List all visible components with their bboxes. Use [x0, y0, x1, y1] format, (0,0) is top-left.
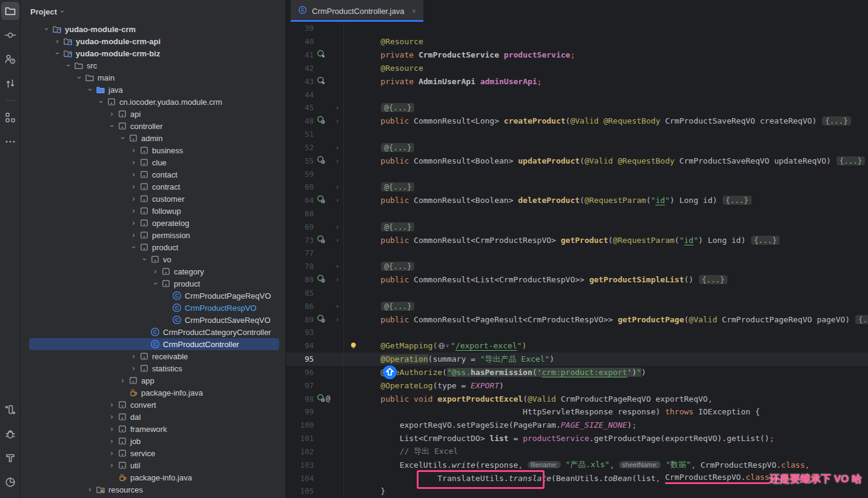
- tree-item-resources[interactable]: ›resources: [21, 483, 285, 496]
- folded-code-chip[interactable]: {...}: [751, 236, 780, 245]
- build-tool-icon[interactable]: [1, 449, 19, 467]
- code-line-77[interactable]: 77: [286, 247, 868, 260]
- code-line-43[interactable]: 43 private AdminUserApi adminUserApi;: [286, 75, 868, 88]
- tree-item-crmproductrespvo[interactable]: CCrmProductRespVO: [21, 302, 285, 314]
- code-text[interactable]: [343, 326, 868, 339]
- url-inlay-icon[interactable]: ∨: [438, 342, 449, 350]
- line-number[interactable]: 45: [286, 103, 314, 112]
- code-line-80[interactable]: 80› public CommonResult<List<CrmProductR…: [286, 273, 868, 287]
- tree-item-api[interactable]: ›api: [21, 108, 285, 120]
- tree-item-convert[interactable]: ›convert: [21, 399, 285, 411]
- line-number[interactable]: 42: [286, 64, 314, 73]
- line-number[interactable]: 96: [286, 368, 314, 377]
- code-line-95[interactable]: 95 @Operation(summary = "导出产品 Excel"): [286, 353, 868, 366]
- line-number[interactable]: 40: [286, 37, 314, 46]
- line-number[interactable]: 105: [286, 486, 314, 496]
- tree-item-yudao-module-crm[interactable]: ›yudao-module-crm: [21, 23, 285, 35]
- chevron-down-icon[interactable]: ›: [58, 10, 67, 13]
- structure-tool-icon[interactable]: [1, 108, 19, 127]
- request-mapping-gutter-icon[interactable]: [317, 195, 325, 205]
- chevron-collapsed-icon[interactable]: ›: [128, 207, 139, 215]
- fold-arrow-icon[interactable]: ›: [331, 144, 343, 151]
- code-line-93[interactable]: 93: [286, 326, 868, 339]
- chevron-expanded-icon[interactable]: ›: [95, 98, 107, 106]
- fold-arrow-icon[interactable]: ›: [331, 196, 343, 204]
- folded-code-chip[interactable]: @{...}: [381, 182, 414, 191]
- line-number[interactable]: 60: [286, 182, 314, 191]
- code-line-69[interactable]: 69› @{...}: [286, 220, 868, 233]
- fold-arrow-icon[interactable]: ›: [331, 302, 343, 310]
- line-number[interactable]: 44: [286, 90, 314, 99]
- code-text[interactable]: @Resource: [343, 61, 868, 75]
- chevron-expanded-icon[interactable]: ›: [62, 61, 74, 70]
- code-text[interactable]: public CommonResult<Long> createProduct(…: [343, 115, 868, 128]
- tree-item-admin[interactable]: ›admin: [21, 132, 285, 144]
- folded-code-chip[interactable]: @{...}: [381, 103, 414, 112]
- tree-item-business[interactable]: ›business: [21, 144, 285, 156]
- chevron-collapsed-icon[interactable]: ›: [51, 37, 63, 45]
- folded-code-chip[interactable]: {...}: [822, 116, 851, 125]
- project-panel-header[interactable]: Project ›: [21, 0, 285, 23]
- code-line-97[interactable]: 97 @OperateLog(type = EXPORT): [286, 379, 868, 392]
- folded-code-chip[interactable]: @{...}: [381, 302, 414, 311]
- code-text[interactable]: private AdminUserApi adminUserApi;: [343, 75, 868, 88]
- code-editor[interactable]: 3940 @Resource41 private CrmProductServi…: [286, 22, 868, 498]
- line-number[interactable]: 43: [286, 77, 314, 86]
- request-mapping-gutter-icon[interactable]: [317, 156, 325, 166]
- folded-code-chip[interactable]: @{...}: [381, 262, 414, 271]
- folded-code-chip[interactable]: {...}: [699, 275, 728, 284]
- request-mapping-gutter-icon[interactable]: [317, 314, 325, 325]
- code-text[interactable]: private CrmProductService productService…: [343, 48, 868, 62]
- line-number[interactable]: 97: [286, 381, 314, 390]
- line-number[interactable]: 95: [286, 354, 314, 364]
- chevron-collapsed-icon[interactable]: ›: [128, 364, 139, 373]
- code-line-89[interactable]: 89› public CommonResult<PageResult<CrmPr…: [286, 313, 868, 326]
- spring-bean-gutter-icon[interactable]: [317, 76, 325, 87]
- request-mapping-gutter-icon[interactable]: [317, 235, 325, 245]
- code-line-103[interactable]: 103 ExcelUtils.write(response, filename:…: [286, 458, 868, 471]
- code-text[interactable]: public void exportProductExcel(@Valid Cr…: [343, 392, 868, 405]
- code-text[interactable]: @Resource: [343, 35, 868, 48]
- line-number[interactable]: 68: [286, 209, 314, 218]
- line-number[interactable]: 41: [286, 50, 314, 59]
- code-line-85[interactable]: 85: [286, 287, 868, 300]
- line-number[interactable]: 77: [286, 248, 314, 257]
- tree-item-product[interactable]: ›product: [21, 241, 285, 253]
- branches-tool-icon[interactable]: [1, 75, 19, 93]
- code-line-42[interactable]: 42 @Resource: [286, 61, 868, 75]
- line-number[interactable]: 101: [286, 434, 314, 443]
- line-number[interactable]: 69: [286, 222, 314, 231]
- services-tool-icon[interactable]: [1, 400, 19, 419]
- chevron-collapsed-icon[interactable]: ›: [128, 194, 139, 203]
- line-number[interactable]: 103: [286, 460, 314, 470]
- translation-plugin-badge[interactable]: [383, 365, 397, 379]
- code-text[interactable]: public CommonResult<Boolean> updateProdu…: [343, 154, 868, 167]
- line-number[interactable]: 98: [286, 394, 314, 403]
- code-line-59[interactable]: 59: [286, 167, 868, 181]
- tree-item-package-info-java[interactable]: package-info.java: [21, 387, 285, 399]
- fold-arrow-icon[interactable]: ›: [331, 104, 343, 111]
- chevron-expanded-icon[interactable]: ›: [106, 122, 118, 130]
- chevron-collapsed-icon[interactable]: ›: [128, 231, 139, 239]
- fold-arrow-icon[interactable]: ›: [331, 316, 343, 324]
- code-line-44[interactable]: 44: [286, 88, 868, 101]
- code-line-60[interactable]: 60› @{...}: [286, 181, 868, 194]
- code-line-86[interactable]: 86› @{...}: [286, 299, 868, 313]
- chevron-collapsed-icon[interactable]: ›: [128, 170, 139, 179]
- line-number[interactable]: 85: [286, 288, 314, 297]
- code-line-64[interactable]: 64› public CommonResult<Boolean> deleteP…: [286, 194, 868, 207]
- parameter-hint[interactable]: filename:: [528, 461, 561, 468]
- request-mapping-gutter-icon[interactable]: [317, 274, 325, 285]
- code-line-102[interactable]: 102 // 导出 Excel: [286, 445, 868, 459]
- tree-item-permission[interactable]: ›permission: [21, 229, 285, 241]
- code-line-105[interactable]: 105 }: [286, 485, 868, 498]
- code-text[interactable]: @{...}: [343, 220, 868, 233]
- chevron-collapsed-icon[interactable]: ›: [117, 376, 128, 385]
- tree-item-clue[interactable]: ›clue: [21, 156, 285, 168]
- code-text[interactable]: HttpServletResponse response) throws IOE…: [343, 405, 868, 419]
- code-text[interactable]: [343, 207, 868, 221]
- request-mapping-gutter-icon[interactable]: [317, 394, 325, 404]
- code-line-98[interactable]: 98@ public void exportProductExcel(@Vali…: [286, 392, 868, 405]
- chevron-expanded-icon[interactable]: ›: [84, 85, 96, 94]
- fold-arrow-icon[interactable]: ›: [331, 157, 343, 165]
